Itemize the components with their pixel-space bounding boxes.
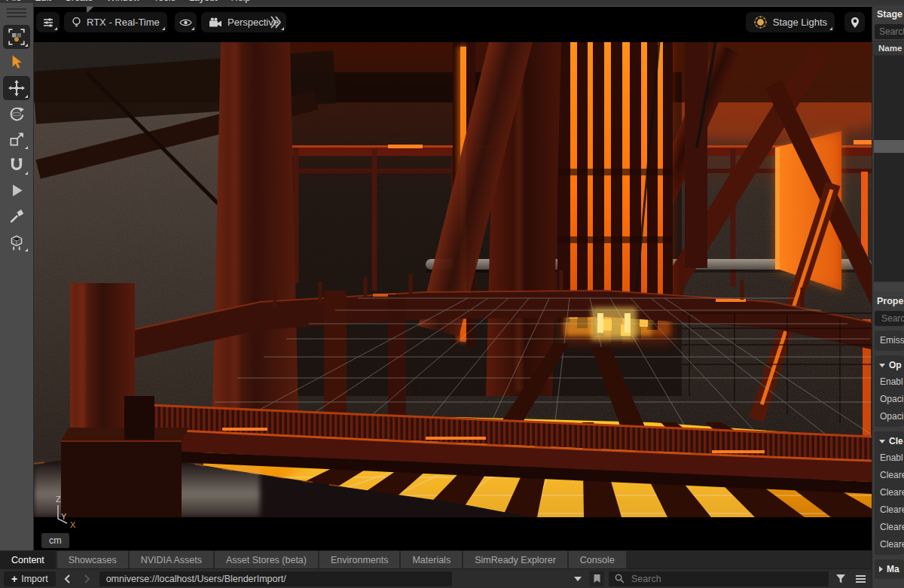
move-icon [8,79,26,97]
magnet-icon [8,156,26,174]
nav-back-button[interactable] [60,571,75,586]
stage-panel-tab[interactable]: Stage [872,6,904,23]
section-label: Ma [887,564,899,574]
path-field[interactable] [99,571,452,586]
sun-light-icon [753,15,768,29]
property-row[interactable]: Opaci [875,408,904,425]
play-button[interactable] [3,178,30,203]
eye-icon [179,18,192,27]
list-menu-icon [855,574,866,583]
snap-tool-button[interactable] [3,153,30,177]
physics-tool-button[interactable] [3,230,30,254]
units-badge[interactable]: cm [41,533,69,548]
property-row[interactable]: Cleare [875,467,904,484]
content-search[interactable] [609,571,829,586]
property-group-emissive: Emiss [875,331,904,351]
waypoint-pin-button[interactable] [844,12,865,32]
stage-search[interactable] [875,24,904,39]
filter-funnel-icon [835,574,846,583]
plus-icon: + [11,574,17,584]
property-row[interactable]: Enabl [875,449,904,467]
sliders-icon [42,17,54,29]
menu-edit[interactable]: Edit [35,0,51,3]
tab-materials[interactable]: Materials [401,551,462,568]
axis-gizmo[interactable]: Z Y X [49,495,84,531]
scale-icon [8,130,26,148]
filter-button[interactable] [833,571,848,586]
rotate-tool-button[interactable] [3,102,30,126]
tab-content[interactable]: Content [0,551,56,568]
select-tool-button[interactable] [3,50,30,75]
tab-simready-explorer[interactable]: SimReady Explorer [463,551,567,568]
menu-layout[interactable]: Layout [189,0,218,3]
cursor-icon [8,53,26,72]
property-row[interactable]: Cleare [875,519,904,536]
nav-forward-button[interactable] [80,571,95,586]
play-icon [8,181,26,200]
tab-nvidia-assets[interactable]: NVIDIA Assets [130,551,213,568]
toolbar-grip-icon[interactable] [7,8,26,17]
properties-search-input[interactable] [880,312,904,324]
import-button[interactable]: + Import [4,571,56,586]
paint-tool-button[interactable] [3,204,30,228]
properties-panel-tab[interactable]: Propert [872,293,904,309]
viewport[interactable]: RTX - Real-Time Perspective [34,6,872,550]
stage-search-input[interactable] [878,26,904,38]
menu-create[interactable]: Create [65,0,93,3]
stage-lights-label: Stage Lights [773,17,827,28]
section-header[interactable]: Op [875,357,904,373]
collapsed-triangle-icon [879,566,883,572]
viewport-settings-button[interactable] [36,12,60,32]
section-label: Op [889,360,902,370]
stage-lights-button[interactable]: Stage Lights [746,12,835,32]
menu-bar: File Edit Create Window Tools Layout Hel… [0,0,904,3]
visibility-button[interactable] [175,12,197,32]
import-label: Import [21,574,47,584]
property-row[interactable]: Cleare [875,484,904,501]
view-options-button[interactable] [853,571,868,586]
axis-z-label: Z [56,495,61,504]
tab-showcases[interactable]: Showcases [57,551,128,568]
stage-name-column-header[interactable]: Name [872,41,904,56]
stage-tree-scrollbar[interactable] [874,283,904,291]
property-group-opacity: Op Enabl Opaci Opaci [875,355,904,427]
tab-asset-stores[interactable]: Asset Stores (beta) [215,551,318,568]
menu-tools[interactable]: Tools [154,0,176,3]
rotate-icon [8,105,26,123]
property-row[interactable]: Opaci [875,391,904,408]
section-header[interactable]: Ma [875,561,904,577]
axis-x-label: X [70,520,76,529]
stage-selected-row[interactable] [874,140,904,153]
menu-window[interactable]: Window [106,0,139,3]
property-group-material: Ma [875,559,904,579]
renderer-button[interactable]: RTX - Real-Time [64,12,167,32]
move-tool-button[interactable] [3,76,30,100]
right-panel: Stage Name Propert Emiss Op Enabl Opaci … [872,6,904,588]
chevron-left-icon [64,574,71,583]
property-row[interactable]: Emiss [875,332,904,349]
axis-y-label: Y [61,512,67,521]
scale-tool-button[interactable] [3,127,30,151]
stage-tree[interactable] [874,56,904,282]
content-search-input[interactable] [630,573,823,585]
properties-search[interactable] [875,311,904,326]
property-row[interactable]: Cleare [875,536,904,553]
content-tabs: Content Showcases NVIDIA Assets Asset St… [0,550,872,569]
renderer-label: RTX - Real-Time [87,17,160,28]
tab-console[interactable]: Console [569,551,626,568]
double-chevron-icon [270,15,281,29]
select-mode-button[interactable] [3,25,30,49]
section-header[interactable]: Cle [875,433,904,449]
bookmark-button[interactable] [589,571,604,586]
left-toolbar [0,3,34,550]
toolbar-expand-button[interactable] [270,12,281,32]
brush-icon [8,207,26,225]
property-group-clearcoat: Cle Enabl Cleare Cleare Cleare Cleare Cl… [875,431,904,555]
map-pin-icon [851,17,860,29]
menu-help[interactable]: Help [231,0,250,3]
dropdown-arrow-icon[interactable] [574,577,582,581]
property-row[interactable]: Cleare [875,501,904,519]
property-row[interactable]: Enabl [875,373,904,391]
viewport-render [34,7,872,550]
tab-environments[interactable]: Environments [319,551,399,568]
